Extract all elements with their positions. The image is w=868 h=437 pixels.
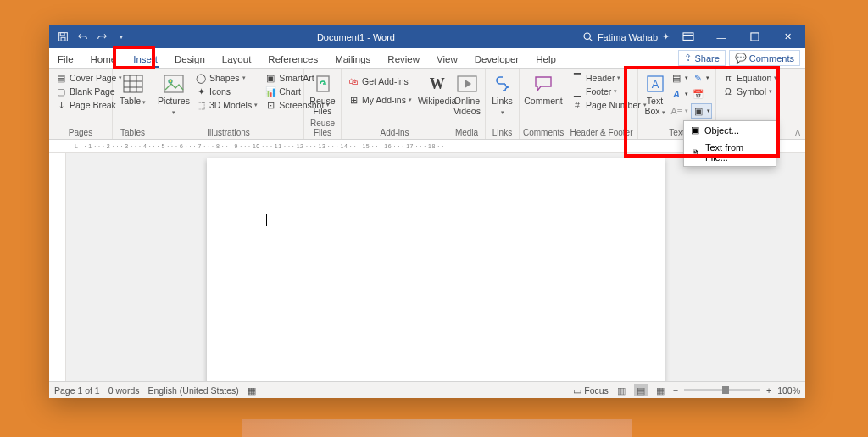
cube-icon: ⬚: [195, 99, 207, 111]
macro-icon[interactable]: ▦: [248, 385, 256, 396]
smartart-icon: ▣: [264, 72, 276, 84]
comment-button[interactable]: Comment: [523, 71, 564, 108]
canvas[interactable]: [66, 153, 805, 381]
tab-view[interactable]: View: [428, 51, 466, 68]
symbol-button[interactable]: ΩSymbol: [720, 85, 780, 98]
header-button[interactable]: ▔Header: [569, 71, 649, 85]
date-time-button[interactable]: 📅: [691, 87, 704, 101]
text-cursor: [266, 214, 267, 226]
shapes-button[interactable]: ◯Shapes: [192, 71, 260, 85]
tab-references[interactable]: References: [259, 51, 326, 68]
close-button[interactable]: ✕: [773, 25, 802, 48]
search-icon[interactable]: [582, 31, 593, 42]
3d-models-button[interactable]: ⬚3D Models: [192, 98, 260, 112]
svg-point-14: [169, 80, 172, 83]
chart-icon: 📊: [264, 86, 276, 97]
share-button[interactable]: ⇪Share: [678, 50, 725, 66]
tab-help[interactable]: Help: [527, 51, 565, 68]
quick-parts-button[interactable]: ▤▾: [670, 71, 689, 85]
svg-marker-17: [465, 80, 470, 87]
signature-icon: ✎: [692, 72, 704, 84]
collapse-ribbon-button[interactable]: ᐱ: [795, 129, 800, 137]
comments-button[interactable]: 💬Comments: [729, 50, 800, 66]
minimize-button[interactable]: —: [707, 25, 736, 48]
zoom-level[interactable]: 100%: [777, 385, 800, 396]
reuse-files-button[interactable]: Reuse Files: [308, 71, 337, 118]
icons-button[interactable]: ✦Icons: [192, 85, 260, 98]
symbol-icon: Ω: [722, 86, 734, 97]
vertical-ruler[interactable]: [49, 153, 66, 381]
signature-line-button[interactable]: ✎▾: [691, 71, 710, 85]
group-label: Header & Footer: [569, 128, 634, 139]
read-mode-icon[interactable]: ▥: [615, 384, 628, 396]
text-box-button[interactable]: A Text Box: [642, 71, 668, 118]
my-addins-button[interactable]: ⊞My Add-ins: [345, 93, 415, 107]
ribbon-display-icon[interactable]: [674, 25, 703, 48]
equation-button[interactable]: πEquation: [720, 71, 780, 85]
menu-text-from-file[interactable]: 🗎Text from File...: [684, 139, 776, 166]
document-area: [49, 153, 805, 381]
window-title: Document1 - Word: [130, 32, 582, 42]
zoom-in-button[interactable]: +: [766, 385, 771, 396]
badge-icon[interactable]: ✦: [662, 31, 670, 42]
web-layout-icon[interactable]: ▦: [654, 384, 667, 396]
zoom-slider[interactable]: [684, 389, 760, 391]
svg-rect-7: [750, 33, 758, 41]
online-videos-button[interactable]: Online Videos: [452, 71, 482, 118]
wikipedia-icon: W: [426, 73, 448, 95]
pictures-button[interactable]: Pictures: [157, 71, 191, 118]
page-number-button[interactable]: #Page Number: [569, 98, 649, 112]
tab-insert[interactable]: Insert: [125, 51, 166, 68]
tab-design[interactable]: Design: [166, 51, 214, 68]
group-label: Illustrations: [157, 128, 300, 139]
footer-button[interactable]: ▁Footer: [569, 85, 649, 98]
maximize-button[interactable]: [740, 25, 769, 48]
svg-rect-13: [164, 75, 183, 92]
textbox-icon: A: [644, 73, 666, 95]
tab-file[interactable]: File: [49, 51, 82, 68]
page[interactable]: [207, 158, 665, 381]
page-status[interactable]: Page 1 of 1: [54, 385, 100, 396]
focus-mode[interactable]: ▭ Focus: [573, 385, 609, 396]
print-layout-icon[interactable]: ▤: [634, 384, 648, 396]
get-addins-button[interactable]: 🛍Get Add-ins: [345, 75, 415, 88]
drop-cap-button[interactable]: A≡▾: [670, 103, 689, 119]
object-icon: ▣: [691, 124, 699, 136]
table-icon: [122, 73, 144, 95]
break-icon: ⤓: [55, 99, 67, 111]
equation-icon: π: [722, 72, 734, 84]
zoom-out-button[interactable]: −: [673, 385, 678, 396]
tab-home[interactable]: Home: [82, 51, 125, 68]
language-status[interactable]: English (United States): [147, 385, 238, 396]
group-label: Links: [489, 128, 515, 139]
undo-icon[interactable]: [74, 29, 91, 46]
ribbon-tabs: File Home Insert Design Layout Reference…: [49, 48, 805, 69]
qat-customize-icon[interactable]: ▾: [113, 29, 130, 46]
wordart-button[interactable]: A▾: [670, 87, 689, 101]
redo-icon[interactable]: [93, 29, 110, 46]
quickparts-icon: ▤: [670, 72, 682, 84]
status-bar: Page 1 of 1 0 words English (United Stat…: [49, 381, 805, 398]
tab-layout[interactable]: Layout: [214, 51, 260, 68]
svg-line-4: [589, 39, 592, 41]
tab-developer[interactable]: Developer: [466, 51, 527, 68]
pagenum-icon: #: [571, 99, 583, 111]
screenshot-icon: ⊡: [264, 99, 276, 111]
group-label: Comments: [523, 128, 561, 139]
user-name[interactable]: Fatima Wahab: [598, 32, 658, 42]
share-icon: ⇪: [684, 53, 692, 64]
group-label: Add-ins: [345, 128, 444, 139]
table-button[interactable]: Table: [116, 71, 149, 108]
menu-object[interactable]: ▣Object...: [684, 121, 776, 139]
comment-icon: [532, 73, 554, 95]
svg-rect-1: [60, 33, 64, 36]
group-label: Pages: [53, 128, 108, 139]
links-button[interactable]: Links: [489, 71, 515, 118]
save-icon[interactable]: [54, 29, 71, 46]
svg-point-3: [584, 33, 590, 39]
tab-mailings[interactable]: Mailings: [326, 51, 379, 68]
object-dropdown-button[interactable]: ▣▾: [691, 103, 712, 119]
word-count[interactable]: 0 words: [108, 385, 140, 396]
group-label: Reuse Files: [308, 119, 337, 139]
tab-review[interactable]: Review: [379, 51, 428, 68]
